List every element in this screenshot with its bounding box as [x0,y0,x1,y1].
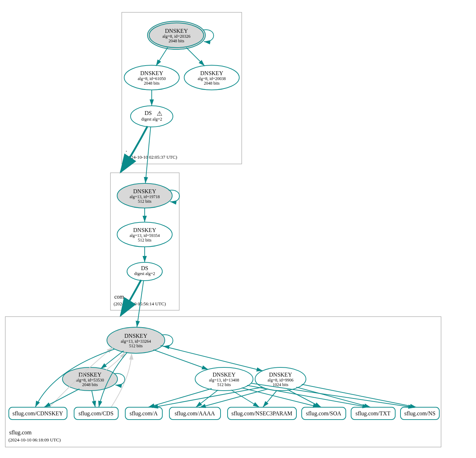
svg-text:DNSKEY: DNSKEY [213,372,236,378]
svg-text:DNSKEY: DNSKEY [133,188,156,194]
edge-k3-a [148,389,212,407]
svg-text:alg=13, id=19718: alg=13, id=19718 [129,194,160,199]
edge-k4-nsec3 [263,390,277,407]
svg-text:512 bits: 512 bits [138,199,152,204]
node-root-zsk1: DNSKEY alg=8, id=61050 2048 bits [124,65,179,90]
svg-text:alg=13, id=59354: alg=13, id=59354 [129,233,160,238]
svg-text:sflug.com/TXT: sflug.com/TXT [355,410,390,417]
svg-text:DNSKEY: DNSKEY [269,372,292,378]
svg-text:alg=8, id=20326: alg=8, id=20326 [162,34,191,39]
svg-text:DS: DS [141,265,148,271]
svg-text:DNSKEY: DNSKEY [140,70,163,76]
svg-text:DNSKEY: DNSKEY [133,227,156,233]
node-root-zsk2: DNSKEY alg=8, id=20038 2048 bits [184,65,239,90]
edge-k2-cds [92,391,95,407]
svg-text:sflug.com/CDS: sflug.com/CDS [78,410,113,417]
node-com-ds: DS digest alg=2 [127,262,162,281]
svg-text:1024 bits: 1024 bits [273,382,289,387]
svg-text:alg=8, id=20038: alg=8, id=20038 [198,76,226,81]
node-sflug-k3: DNSKEY alg=13, id=13408 512 bits [195,367,253,391]
svg-text:DNSKEY: DNSKEY [200,70,223,76]
svg-text:512 bits: 512 bits [129,343,143,348]
node-root-ksk: DNSKEY alg=8, id=20326 2048 bits [147,21,205,49]
dnssec-diagram: . (2024-10-10 02:05:37 UTC) DNSKEY alg=8… [0,0,476,458]
zone-root-label: . [126,147,127,153]
zone-com-label: com [114,294,124,300]
svg-text:DS: DS [145,110,152,116]
svg-text:512 bits: 512 bits [138,238,152,243]
svg-text:digest alg=2: digest alg=2 [134,271,155,276]
svg-text:DNSKEY: DNSKEY [165,28,188,34]
zone-sflug-label: sflug.com [9,429,32,436]
svg-text:sflug.com/NS: sflug.com/NS [404,410,435,417]
svg-point-13 [131,106,173,127]
svg-text:alg=8, id=53530: alg=8, id=53530 [76,378,104,383]
svg-text:2048 bits: 2048 bits [82,382,98,387]
svg-text:alg=8, id=61050: alg=8, id=61050 [138,76,166,81]
edge-rootksk-zsk1 [156,48,168,66]
svg-text:sflug.com/CDNSKEY: sflug.com/CDNSKEY [12,410,63,417]
svg-text:alg=8, id=9906: alg=8, id=9906 [267,378,294,383]
svg-text:DNSKEY: DNSKEY [125,333,147,339]
edge-k3-ns [251,383,415,408]
warning-icon: ⚠ [157,110,162,117]
svg-text:sflug.com/SOA: sflug.com/SOA [306,410,341,417]
svg-text:sflug.com/A: sflug.com/A [129,410,158,417]
zone-sflug-timestamp: (2024-10-10 06:18:09 UTC) [8,437,61,442]
node-sflug-ksk: DNSKEY alg=13, id=33264 512 bits [107,327,165,353]
svg-text:512 bits: 512 bits [217,382,231,387]
svg-text:digest alg=2: digest alg=2 [141,117,162,122]
svg-text:sflug.com/AAAA: sflug.com/AAAA [175,410,215,417]
node-com-zsk: DNSKEY alg=13, id=59354 512 bits [117,222,172,247]
svg-text:2048 bits: 2048 bits [144,81,160,86]
edge-root-to-com-zone [121,126,147,172]
edge-sflugksk-k2 [101,351,123,369]
edge-sflugksk-k3 [153,350,208,370]
zone-root-timestamp: (2024-10-10 02:05:37 UTC) [125,154,177,160]
node-root-ds: DS ⚠ digest alg=2 [131,106,173,127]
svg-text:2048 bits: 2048 bits [204,81,220,86]
rrset-row: sflug.com/CDNSKEY sflug.com/CDS sflug.co… [9,407,439,420]
edge-k2-cdnskey [44,389,79,407]
node-com-ksk: DNSKEY alg=13, id=19718 512 bits [117,183,172,208]
svg-text:2048 bits: 2048 bits [169,38,185,43]
svg-text:sflug.com/NSEC3PARAM: sflug.com/NSEC3PARAM [231,410,292,417]
svg-text:alg=13, id=33264: alg=13, id=33264 [121,339,151,344]
edge-rootksk-zsk2 [186,48,205,66]
svg-text:alg=13, id=13408: alg=13, id=13408 [209,378,239,383]
